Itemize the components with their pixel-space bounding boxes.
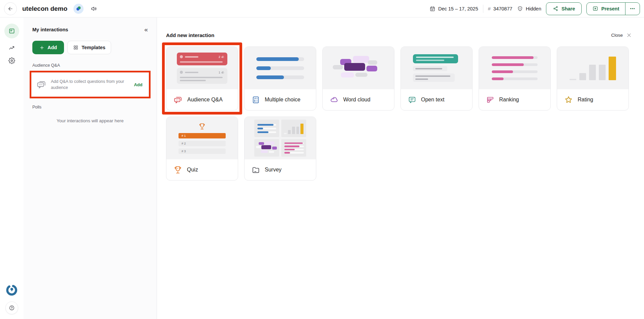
empty-interactions-message: Your interactions will appear here (32, 118, 148, 123)
survey-illustration (254, 120, 306, 157)
shield-exclamation-icon (517, 6, 523, 12)
date-range-label: Dec 15 – 17, 2025 (438, 6, 478, 11)
qa-prompt-box[interactable]: Add Q&A to collect questions from your a… (32, 73, 148, 96)
rail-item-results[interactable] (8, 44, 15, 51)
megaphone-icon[interactable] (90, 5, 97, 12)
topbar-divider (483, 5, 483, 13)
presentation-title: utelecon demo (22, 5, 67, 12)
page-title: Add new interaction (166, 32, 214, 38)
qa-top-vote-count: 2 (219, 55, 220, 59)
voting-code-value: 3470877 (493, 6, 512, 11)
qa-bottom-vote-count: 1 (219, 71, 220, 74)
top-bar: utelecon demo Dec 15 – 17, 2025 # 347 (0, 0, 644, 18)
card-multiple-choice[interactable]: Multiple choice (244, 46, 316, 110)
quiz-illustration: # 1 # 2 # 3 (179, 123, 226, 154)
interaction-type-grid: 2 (166, 46, 632, 181)
card-survey[interactable]: Survey (244, 117, 316, 181)
topbar-right-group: Dec 15 – 17, 2025 # 3470877 Hidden (429, 2, 640, 15)
arrow-left-icon (7, 6, 13, 12)
visibility-label: Hidden (526, 6, 541, 11)
voting-code[interactable]: # 3470877 (488, 6, 513, 11)
templates-button[interactable]: Templates (67, 41, 111, 54)
hash-symbol: # (488, 6, 491, 11)
plus-icon (39, 45, 44, 50)
trophy-illustration-icon (198, 123, 206, 130)
card-label: Audience Q&A (187, 97, 223, 103)
survey-mini-ranking (281, 139, 306, 157)
multiple-choice-icon (252, 96, 260, 104)
card-label: Quiz (187, 167, 198, 173)
share-label: Share (561, 6, 575, 11)
card-slot-audience-qa: 2 (166, 46, 238, 110)
close-icon (626, 33, 632, 38)
word-cloud-icon (330, 95, 339, 104)
quiz-rank-1: # 1 (179, 133, 226, 138)
share-icon (553, 6, 558, 11)
card-label: Open text (421, 97, 444, 103)
card-label: Survey (265, 167, 282, 173)
calendar-icon (429, 6, 436, 12)
card-label: Multiple choice (265, 97, 300, 103)
qa-add-link[interactable]: Add (134, 82, 144, 87)
card-ranking[interactable]: Ranking (479, 46, 551, 110)
card-quiz[interactable]: # 1 # 2 # 3 Quiz (166, 117, 238, 181)
rating-star-icon (564, 95, 573, 104)
quiz-trophy-icon (173, 165, 182, 174)
collaboration-badge-icon[interactable] (73, 4, 84, 14)
close-button-label: Close (611, 33, 623, 38)
gear-icon (8, 57, 15, 64)
audience-qa-illustration: 2 (177, 53, 227, 84)
templates-grid-icon (73, 45, 78, 50)
card-rating[interactable]: Rating (557, 46, 629, 110)
present-split-button: Present ⋯ (586, 2, 640, 15)
audience-qa-icon (173, 95, 183, 104)
back-button[interactable] (4, 2, 17, 15)
rail-bottom-group (5, 284, 18, 314)
app-logo (6, 284, 18, 296)
present-button[interactable]: Present (587, 3, 625, 15)
my-interactions-panel: My interactions « Add Temp (24, 18, 157, 319)
word-cloud-illustration (333, 56, 384, 80)
ranking-illustration (492, 56, 538, 80)
add-button-label: Add (47, 45, 57, 50)
help-button[interactable] (5, 301, 18, 314)
card-word-cloud[interactable]: Word cloud (322, 46, 394, 110)
share-button[interactable]: Share (546, 2, 582, 15)
add-interaction-panel: Add new interaction Close (157, 18, 644, 319)
present-more-button[interactable]: ⋯ (625, 3, 640, 15)
chat-bubbles-icon (36, 79, 46, 90)
ranking-icon (486, 96, 494, 104)
qa-section-label: Audience Q&A (32, 63, 148, 68)
card-audience-qa[interactable]: 2 (166, 46, 238, 110)
collapse-panel-icon[interactable]: « (144, 26, 148, 33)
rail-item-settings[interactable] (8, 57, 15, 64)
date-range[interactable]: Dec 15 – 17, 2025 (429, 6, 478, 12)
trending-up-icon (8, 44, 15, 51)
left-icon-rail (0, 18, 24, 319)
close-button[interactable]: Close (611, 33, 632, 38)
survey-folder-icon (252, 166, 260, 174)
present-play-icon (592, 6, 598, 11)
open-text-illustration (413, 54, 460, 82)
card-label: Rating (578, 97, 593, 103)
visibility-status[interactable]: Hidden (517, 6, 541, 12)
card-open-text[interactable]: Open text (400, 46, 473, 110)
card-label: Word cloud (343, 97, 371, 103)
survey-mini-word-cloud (254, 139, 279, 157)
present-label: Present (601, 6, 619, 11)
add-interaction-button[interactable]: Add (32, 41, 64, 54)
quiz-rank-2: # 2 (179, 141, 226, 146)
templates-button-label: Templates (82, 45, 105, 50)
qa-highlight-annotation: Add Q&A to collect questions from your a… (30, 71, 151, 98)
survey-mini-multiple-choice (254, 120, 279, 137)
rail-item-editor[interactable] (4, 24, 19, 38)
question-mark-icon (9, 305, 15, 311)
rating-illustration (570, 56, 616, 80)
quiz-rank-3: # 3 (179, 149, 226, 154)
open-text-icon (408, 96, 416, 104)
slides-editor-icon (8, 28, 15, 34)
card-label: Ranking (499, 97, 519, 103)
survey-mini-rating (281, 120, 306, 137)
qa-prompt-text: Add Q&A to collect questions from your a… (51, 78, 130, 91)
panel-title: My interactions (32, 27, 68, 32)
